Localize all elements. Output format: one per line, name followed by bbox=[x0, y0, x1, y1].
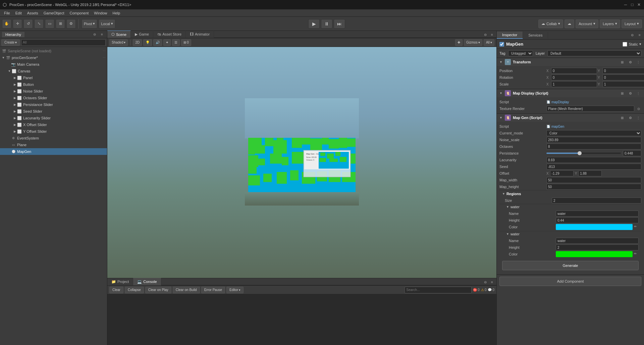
noise-scale-input[interactable] bbox=[546, 137, 641, 143]
gizmos-button[interactable]: Gizmos ▾ bbox=[464, 39, 482, 46]
hierarchy-tab[interactable]: Hierarchy bbox=[2, 32, 24, 37]
position-y-input[interactable] bbox=[602, 68, 644, 74]
scene-lock-icon[interactable]: ⊖ bbox=[482, 32, 488, 38]
hierarchy-search-input[interactable] bbox=[21, 39, 106, 46]
water1-name-input[interactable] bbox=[556, 211, 639, 217]
menu-file[interactable]: File bbox=[1, 10, 13, 16]
collapse-button[interactable]: Collapse bbox=[125, 287, 144, 293]
viewport[interactable]: Map Gen - Color Noise: 283.89 Octaves: 8 bbox=[107, 47, 496, 278]
inspector-lock-icon[interactable]: ⊖ bbox=[629, 32, 635, 38]
texture-render-select-icon[interactable]: ⊙ bbox=[636, 106, 641, 112]
map-gen-menu-icon[interactable]: ⋮ bbox=[635, 115, 641, 121]
step-button[interactable]: ⏭ bbox=[334, 19, 345, 28]
collab-button[interactable]: ☁ Collab ▾ bbox=[538, 19, 563, 28]
persistance-slider-track[interactable] bbox=[546, 153, 621, 154]
account-button[interactable]: Account ▾ bbox=[576, 19, 598, 28]
bottom-menu-icon[interactable]: ≡ bbox=[489, 279, 495, 285]
water1-collapse-arrow[interactable]: ▼ bbox=[506, 205, 509, 209]
custom-tool-button[interactable]: ⚙ bbox=[66, 19, 76, 28]
map-display-ref-icon[interactable]: ⊞ bbox=[619, 90, 625, 96]
menu-gameobject[interactable]: GameObject bbox=[41, 10, 67, 16]
grid-button[interactable]: ⊞ 0 bbox=[181, 39, 191, 46]
error-pause-button[interactable]: Error Pause bbox=[201, 287, 225, 293]
hierarchy-item-button[interactable]: ▶ ⬜ Button bbox=[0, 81, 107, 88]
transform-settings-icon[interactable]: ⚙ bbox=[627, 59, 633, 65]
bottom-lock-icon[interactable]: ⊖ bbox=[482, 279, 488, 285]
object-active-checkbox[interactable] bbox=[499, 42, 504, 47]
close-button[interactable]: ✕ bbox=[637, 2, 641, 7]
offset-x-input[interactable] bbox=[550, 170, 574, 176]
hierarchy-item-lacunarityslider[interactable]: ▶ ⬜ Lacunarity Slider bbox=[0, 115, 107, 121]
tab-asset-store[interactable]: 🛍 Asset Store bbox=[153, 31, 186, 38]
water2-color-swatch[interactable] bbox=[556, 251, 633, 257]
water2-collapse-arrow[interactable]: ▼ bbox=[506, 232, 509, 236]
play-button[interactable]: ▶ bbox=[308, 19, 320, 28]
hierarchy-item-plane[interactable]: ▭ Plane bbox=[0, 141, 107, 148]
octaves-input[interactable] bbox=[546, 143, 641, 150]
console-search-input[interactable] bbox=[405, 287, 472, 293]
hierarchy-item-octavesslider[interactable]: ▶ ⬜ Octaves Slider bbox=[0, 95, 107, 101]
scale-y-input[interactable] bbox=[602, 81, 644, 87]
map-display-script-link[interactable]: 📄 mapDisplay bbox=[546, 100, 569, 104]
water2-name-input[interactable] bbox=[556, 238, 639, 244]
layout-button[interactable]: Layout ▾ bbox=[622, 19, 642, 28]
hierarchy-item-yoffsetslider[interactable]: ▶ ⬜ Y Offset Slider bbox=[0, 128, 107, 135]
transform-ref-icon[interactable]: ⊞ bbox=[619, 59, 625, 65]
cloud-button[interactable]: ☁ bbox=[565, 19, 574, 28]
generate-button[interactable]: Generate bbox=[502, 261, 639, 270]
rotate-tool-button[interactable]: ↺ bbox=[23, 19, 33, 28]
static-toggle[interactable]: Static ▾ bbox=[623, 42, 641, 47]
hierarchy-item-maincamera[interactable]: 📷 Main Camera bbox=[0, 61, 107, 68]
rotation-y-input[interactable] bbox=[602, 74, 644, 80]
hidden-button[interactable]: ☰ bbox=[172, 39, 180, 46]
inspector-menu-icon[interactable]: ≡ bbox=[637, 32, 643, 38]
hierarchy-item-procgenscene[interactable]: ▼ 🎬 procGenScene* ⋯ bbox=[0, 54, 107, 61]
pivot-button[interactable]: Pivot ▾ bbox=[82, 19, 97, 28]
map-height-input[interactable] bbox=[546, 184, 641, 190]
seed-input[interactable] bbox=[546, 164, 641, 170]
regions-collapse-arrow[interactable]: ▼ bbox=[502, 192, 505, 195]
hierarchy-item-samplescene[interactable]: 🎬 SampleScene (not loaded) ⋯ bbox=[0, 48, 107, 54]
layers-button[interactable]: Layers ▾ bbox=[600, 19, 620, 28]
map-width-input[interactable] bbox=[546, 177, 641, 183]
hierarchy-item-eventsystem[interactable]: ⚙ EventSystem bbox=[0, 135, 107, 141]
menu-window[interactable]: Window bbox=[91, 10, 110, 16]
map-gen-settings-icon[interactable]: ⚙ bbox=[627, 115, 633, 121]
inspector-tab[interactable]: Inspector bbox=[497, 32, 523, 39]
services-tab[interactable]: Services bbox=[523, 32, 548, 39]
move-tool-button[interactable]: ✛ bbox=[13, 19, 22, 28]
transform-header[interactable]: ▼ ⌖ Transform ⊞ ⚙ ⋮ bbox=[497, 58, 644, 66]
hierarchy-lock-icon[interactable]: ⊖ bbox=[92, 32, 98, 38]
map-gen-script-link[interactable]: 📄 mapGen bbox=[546, 124, 564, 128]
menu-edit[interactable]: Edit bbox=[13, 10, 24, 16]
scene-all-button[interactable]: All ▾ bbox=[484, 39, 494, 46]
lighting-button[interactable]: 💡 bbox=[143, 39, 152, 46]
rect-tool-button[interactable]: ▭ bbox=[45, 19, 54, 28]
static-checkbox[interactable] bbox=[623, 42, 627, 47]
maximize-button[interactable]: □ bbox=[630, 2, 635, 7]
tab-project[interactable]: 📁 Project bbox=[107, 278, 133, 285]
position-x-input[interactable] bbox=[551, 68, 597, 74]
clear-button[interactable]: Clear bbox=[109, 287, 123, 293]
2d-button[interactable]: 2D bbox=[133, 39, 142, 46]
scale-x-input[interactable] bbox=[551, 81, 597, 87]
map-display-menu-icon[interactable]: ⋮ bbox=[635, 90, 641, 96]
regions-size-input[interactable] bbox=[552, 197, 641, 204]
add-component-button[interactable]: Add Component bbox=[499, 277, 641, 286]
water1-height-input[interactable] bbox=[556, 217, 639, 223]
map-gen-header[interactable]: ▼ 📜 Map Gen (Script) ⊞ ⚙ ⋮ bbox=[497, 114, 644, 122]
current-mode-dropdown[interactable]: Color bbox=[546, 130, 641, 136]
persistance-input[interactable] bbox=[623, 150, 641, 156]
map-gen-ref-icon[interactable]: ⊞ bbox=[619, 115, 625, 121]
lacunarity-input[interactable] bbox=[546, 157, 641, 163]
transform-gizmo-button[interactable]: ✚ bbox=[455, 39, 463, 46]
shading-dropdown[interactable]: Shaded ▾ bbox=[109, 39, 128, 46]
audio-button[interactable]: 🔊 bbox=[153, 39, 162, 46]
clear-on-build-button[interactable]: Clear on Build bbox=[173, 287, 200, 293]
texture-render-input[interactable] bbox=[546, 106, 634, 112]
hierarchy-item-panel[interactable]: ▶ ⬜ Panel bbox=[0, 74, 107, 81]
map-display-settings-icon[interactable]: ⚙ bbox=[627, 90, 633, 96]
rotation-x-input[interactable] bbox=[551, 74, 597, 80]
transform-menu-icon[interactable]: ⋮ bbox=[635, 59, 641, 65]
minimize-button[interactable]: ─ bbox=[623, 2, 628, 7]
